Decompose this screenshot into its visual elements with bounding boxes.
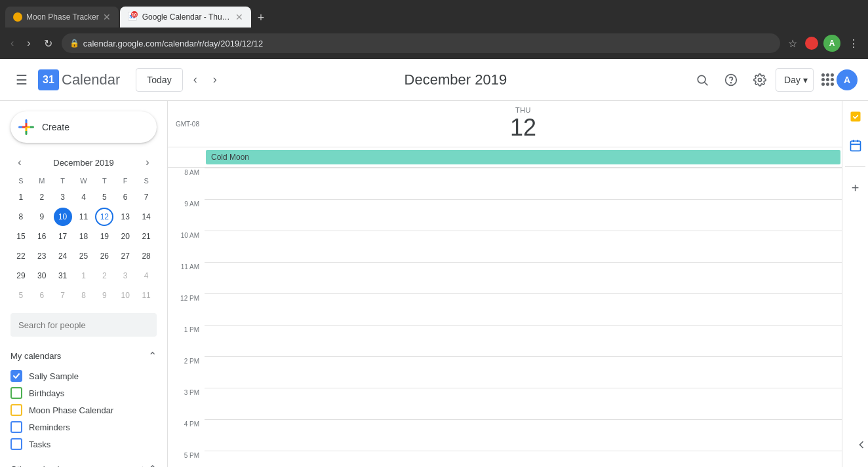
other-calendars-add[interactable]: + (140, 464, 146, 468)
calendar-checkbox[interactable] (10, 438, 22, 450)
mini-cal-day[interactable]: 11 (137, 286, 155, 305)
calendar-item[interactable]: Reminders (10, 419, 157, 436)
back-button[interactable]: ‹ (7, 35, 18, 52)
time-slot[interactable] (205, 168, 842, 199)
time-slot[interactable] (205, 451, 842, 467)
create-button[interactable]: Create (10, 111, 157, 143)
calendar-checkbox[interactable] (10, 370, 22, 382)
today-button[interactable]: Today (136, 68, 182, 92)
mini-cal-day[interactable]: 7 (137, 188, 155, 206)
mini-cal-day[interactable]: 27 (116, 247, 134, 265)
calendar-item[interactable]: Tasks (10, 436, 157, 453)
tab-close-icon[interactable]: ✕ (103, 12, 111, 22)
time-slot[interactable] (205, 419, 842, 451)
mini-cal-day[interactable]: 30 (33, 267, 51, 285)
time-slot[interactable] (205, 325, 842, 356)
tab-close-calendar-icon[interactable]: ✕ (235, 12, 243, 22)
address-bar[interactable]: 🔒 calendar.google.com/calendar/r/day/201… (62, 33, 780, 53)
mini-cal-day[interactable]: 3 (116, 267, 134, 285)
cold-moon-event[interactable]: Cold Moon (206, 150, 840, 164)
new-tab-button[interactable]: + (255, 9, 267, 28)
time-slot[interactable] (205, 262, 842, 293)
view-selector[interactable]: Day ▾ (776, 68, 814, 92)
my-calendars-header[interactable]: My calendars ⌃ (10, 350, 157, 362)
expand-right-button[interactable]: + (845, 177, 866, 198)
mini-cal-day[interactable]: 14 (137, 208, 155, 226)
mini-cal-day[interactable]: 16 (33, 227, 51, 246)
bookmark-button[interactable]: ☆ (785, 35, 800, 52)
search-people-input[interactable] (10, 313, 157, 337)
mini-cal-day[interactable]: 20 (116, 227, 134, 246)
collapse-right-button[interactable] (855, 438, 868, 454)
mini-cal-day[interactable]: 19 (95, 227, 113, 246)
mini-cal-day[interactable]: 12 (95, 208, 113, 226)
mini-cal-day[interactable]: 10 (116, 286, 134, 305)
tab-google-calendar[interactable]: 10 31 Google Calendar - Thursday, D... ✕ (120, 7, 251, 28)
forward-button[interactable]: › (23, 35, 34, 52)
reload-button[interactable]: ↻ (40, 35, 56, 52)
help-button[interactable] (718, 67, 744, 93)
mini-cal-day[interactable]: 26 (95, 247, 113, 265)
calendar-checkbox[interactable] (10, 404, 22, 416)
mini-cal-day[interactable]: 11 (74, 208, 92, 226)
mini-cal-day[interactable]: 22 (12, 247, 30, 265)
calendar-item[interactable]: Moon Phase Calendar (10, 402, 157, 419)
time-slot[interactable] (205, 293, 842, 325)
next-button[interactable]: › (208, 67, 222, 92)
search-button[interactable] (689, 67, 715, 93)
settings-button[interactable] (747, 67, 773, 93)
mini-cal-day[interactable]: 25 (74, 247, 92, 265)
calendar-right-icon[interactable] (845, 135, 866, 156)
menu-button[interactable]: ☰ (10, 67, 33, 93)
mini-cal-day[interactable]: 31 (54, 267, 72, 285)
time-slot[interactable] (205, 231, 842, 262)
time-slot[interactable] (205, 199, 842, 231)
divider (845, 166, 865, 167)
mini-cal-day[interactable]: 5 (95, 188, 113, 206)
tasks-icon[interactable] (845, 106, 866, 127)
mini-cal-day[interactable]: 23 (33, 247, 51, 265)
other-calendars-header[interactable]: Other calendars + ⌃ (10, 463, 157, 467)
extension-icon[interactable] (805, 37, 818, 50)
mini-cal-day[interactable]: 3 (54, 188, 72, 206)
mini-cal-day[interactable]: 17 (54, 227, 72, 246)
browser-profile[interactable]: A (823, 35, 840, 52)
mini-cal-day[interactable]: 6 (33, 286, 51, 305)
browser-menu-button[interactable]: ⋮ (846, 35, 861, 52)
calendar-item[interactable]: Birthdays (10, 384, 157, 402)
tab-moon-phase[interactable]: Moon Phase Tracker ✕ (5, 7, 119, 28)
waffle-menu-button[interactable] (821, 73, 834, 86)
mini-cal-day[interactable]: 18 (74, 227, 92, 246)
mini-cal-day[interactable]: 28 (137, 247, 155, 265)
calendar-item[interactable]: Sally Sample (10, 367, 157, 384)
time-slot[interactable] (205, 388, 842, 419)
mini-cal-day[interactable]: 5 (12, 286, 30, 305)
other-calendars-toggle[interactable]: ⌃ (148, 463, 157, 467)
mini-cal-day[interactable]: 8 (12, 208, 30, 226)
mini-cal-day[interactable]: 15 (12, 227, 30, 246)
mini-cal-day[interactable]: 9 (95, 286, 113, 305)
mini-cal-day[interactable]: 13 (116, 208, 134, 226)
mini-cal-day[interactable]: 1 (12, 188, 30, 206)
mini-cal-day[interactable]: 29 (12, 267, 30, 285)
mini-cal-prev-button[interactable]: ‹ (10, 153, 29, 172)
mini-cal-day[interactable]: 2 (33, 188, 51, 206)
mini-cal-day[interactable]: 4 (137, 267, 155, 285)
mini-cal-day[interactable]: 6 (116, 188, 134, 206)
mini-cal-next-button[interactable]: › (138, 153, 157, 172)
mini-cal-day[interactable]: 21 (137, 227, 155, 246)
my-calendars-toggle[interactable]: ⌃ (148, 350, 157, 362)
mini-cal-day[interactable]: 10 (54, 208, 72, 226)
mini-cal-day[interactable]: 8 (74, 286, 92, 305)
mini-cal-day[interactable]: 24 (54, 247, 72, 265)
prev-button[interactable]: ‹ (188, 67, 203, 92)
mini-cal-day[interactable]: 7 (54, 286, 72, 305)
calendar-checkbox[interactable] (10, 387, 22, 399)
mini-cal-day[interactable]: 4 (74, 188, 92, 206)
time-slot[interactable] (205, 356, 842, 388)
mini-cal-day[interactable]: 1 (74, 267, 92, 285)
profile-button[interactable]: A (837, 69, 858, 90)
mini-cal-day[interactable]: 9 (33, 208, 51, 226)
calendar-checkbox[interactable] (10, 421, 22, 433)
mini-cal-day[interactable]: 2 (95, 267, 113, 285)
